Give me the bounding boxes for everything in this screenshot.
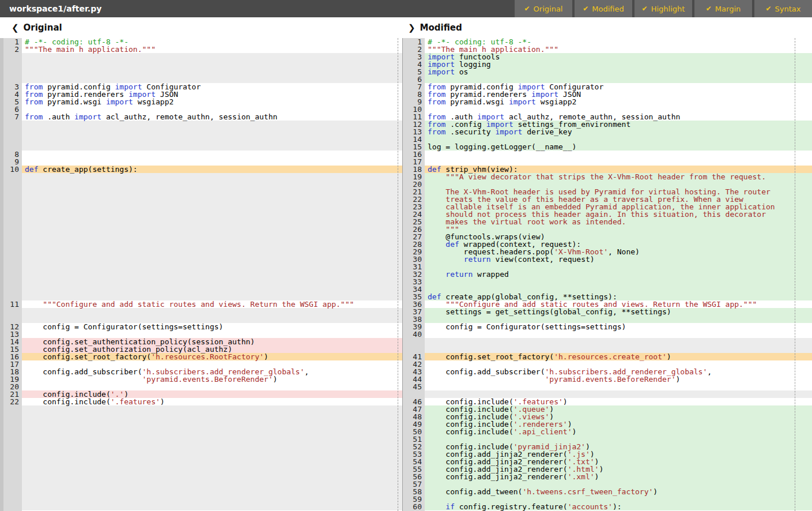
added-line: settings = get_settings(global_config, *…	[425, 308, 812, 315]
toolbar: ✔Original✔Modified✔Highlight✔Margin✔Synt…	[512, 0, 812, 17]
filler-row	[22, 435, 402, 443]
line-number-gutter-original: 12345678910111213141516171819202122	[3, 38, 22, 511]
added-line: config.add_tween('h.tweens.csrf_tween_fa…	[425, 488, 812, 495]
code-line: 'pyramid.events.BeforeRender')	[425, 375, 812, 383]
line-number-blank	[3, 443, 22, 450]
toolbar-button-margin[interactable]: ✔Margin	[694, 0, 752, 17]
changed-line: def create_app(settings):	[22, 166, 402, 173]
line-number-blank	[3, 285, 22, 293]
code-area-modified[interactable]: # -*- coding: utf-8 -*-"""The main h app…	[425, 38, 812, 511]
toolbar-button-highlight[interactable]: ✔Highlight	[635, 0, 692, 17]
toolbar-button-label: Original	[534, 5, 563, 13]
added-line: if config.registry.feature('accounts'):	[425, 503, 812, 510]
filler-row	[22, 278, 402, 285]
pane-modified: 1234567891011121314151617181920212223242…	[402, 38, 812, 511]
line-number-blank	[3, 188, 22, 196]
filler-row	[22, 465, 402, 473]
line-number-blank	[3, 226, 22, 233]
toolbar-button-label: Margin	[715, 5, 741, 13]
added-line: log = logging.getLogger(__name__)	[425, 143, 812, 151]
code-line: config = Configurator(settings=settings)	[425, 323, 812, 330]
line-number: 11	[3, 300, 22, 308]
line-number-blank	[3, 263, 22, 270]
line-number-blank	[3, 173, 22, 181]
line-number-blank	[3, 76, 22, 83]
line-number-blank	[3, 308, 22, 315]
filler-row	[22, 53, 402, 61]
filler-row	[22, 173, 402, 181]
line-number: 2	[3, 46, 22, 53]
line-number-blank	[403, 338, 425, 345]
chevron-left-icon: ❮	[12, 22, 19, 33]
line-number: 6	[3, 106, 22, 113]
code-area-original[interactable]: # -*- coding: utf-8 -*-"""The main h app…	[22, 38, 402, 511]
line-number-blank	[3, 181, 22, 188]
filler-row	[22, 188, 402, 196]
line-number-blank	[3, 413, 22, 420]
filler-row	[22, 428, 402, 435]
filler-row	[22, 143, 402, 151]
filler-row	[22, 136, 402, 143]
code-line	[425, 383, 812, 390]
toolbar-button-original[interactable]: ✔Original	[515, 0, 572, 17]
line-number-blank	[3, 143, 22, 151]
line-number-blank	[3, 450, 22, 458]
changed-line: config.set_root_factory('h.resources.Roo…	[22, 353, 402, 360]
line-number-blank	[3, 428, 22, 435]
filler-row	[22, 308, 402, 315]
check-icon: ✔	[765, 5, 771, 13]
line-number-blank	[3, 480, 22, 488]
added-line: """A view decorator that strips the X-Vh…	[425, 173, 812, 181]
filler-row	[22, 285, 402, 293]
line-number: 22	[3, 398, 22, 405]
line-number-blank	[3, 121, 22, 128]
code-line	[425, 151, 812, 158]
line-number-blank	[3, 203, 22, 211]
filler-row	[22, 443, 402, 450]
line-number-blank	[3, 128, 22, 136]
line-number: 5	[3, 98, 22, 106]
filler-row	[22, 405, 402, 413]
code-line: from pyramid.wsgi import wsgiapp2	[425, 98, 812, 106]
code-line: """The main h application."""	[22, 46, 402, 53]
line-number: 45	[403, 383, 425, 390]
filler-row	[22, 420, 402, 428]
filler-row	[22, 226, 402, 233]
filler-row	[22, 458, 402, 465]
line-number-blank	[3, 248, 22, 256]
line-number: 8	[3, 151, 22, 158]
pane-header-original: ❮ Original	[12, 17, 62, 38]
filler-row	[22, 181, 402, 188]
line-number-blank	[3, 233, 22, 241]
filler-row	[22, 256, 402, 263]
pane-header-original-label: Original	[24, 22, 62, 33]
pane-header-modified-label: Modified	[420, 22, 462, 33]
toolbar-button-syntax[interactable]: ✔Syntax	[754, 0, 812, 17]
line-number-blank	[3, 488, 22, 495]
filler-row	[22, 233, 402, 241]
filler-row	[22, 241, 402, 248]
toolbar-button-label: Syntax	[775, 5, 801, 13]
line-number-blank	[3, 61, 22, 68]
code-line: """Configure and add static routes and v…	[22, 300, 402, 308]
changed-line: config.set_root_factory('h.resources.cre…	[425, 353, 812, 360]
line-number-blank	[3, 473, 22, 480]
line-number-blank	[3, 278, 22, 285]
filler-row	[22, 128, 402, 136]
code-line: config = Configurator(settings=settings)	[22, 323, 402, 330]
line-number-blank	[3, 68, 22, 76]
line-number-blank	[3, 211, 22, 218]
line-number-blank	[3, 241, 22, 248]
filler-row	[22, 203, 402, 211]
pane-header-modified: ❯ Modified	[408, 17, 462, 38]
title-bar: workspace1/after.py ✔Original✔Modified✔H…	[0, 0, 812, 17]
filler-row	[22, 121, 402, 128]
line-number-blank	[3, 435, 22, 443]
filler-row	[22, 68, 402, 76]
filler-row	[22, 263, 402, 270]
toolbar-button-modified[interactable]: ✔Modified	[575, 0, 632, 17]
code-line: 'pyramid.events.BeforeRender')	[22, 375, 402, 383]
code-line: from .auth import acl_authz, remote_auth…	[22, 113, 402, 121]
line-number-blank	[3, 218, 22, 226]
line-number-blank	[3, 53, 22, 61]
